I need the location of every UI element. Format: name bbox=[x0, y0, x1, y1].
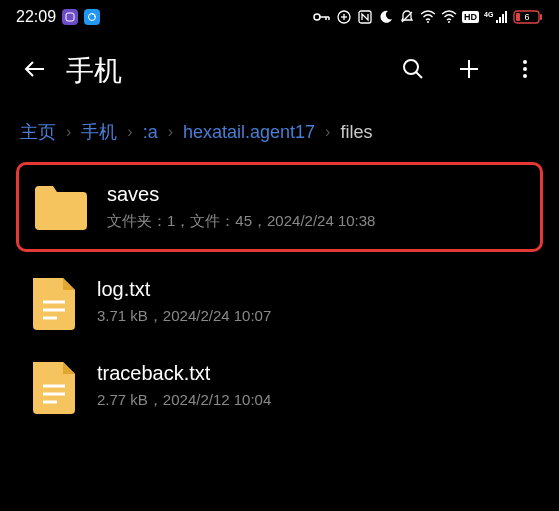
plus-circle-icon bbox=[336, 9, 352, 25]
app-header: 手机 bbox=[0, 32, 559, 106]
svg-rect-14 bbox=[496, 20, 498, 23]
breadcrumb-hexatail[interactable]: hexatail.agent17 bbox=[183, 122, 315, 143]
document-icon bbox=[29, 358, 79, 414]
file-info: log.txt 3.71 kB，2024/2/24 10:07 bbox=[97, 278, 271, 326]
svg-point-27 bbox=[523, 60, 527, 64]
file-meta: 3.71 kB，2024/2/24 10:07 bbox=[97, 307, 271, 326]
list-item[interactable]: log.txt 3.71 kB，2024/2/24 10:07 bbox=[16, 260, 543, 344]
svg-rect-20 bbox=[540, 14, 542, 20]
file-info: saves 文件夹：1，文件：45，2024/2/24 10:38 bbox=[107, 183, 375, 231]
file-meta: 文件夹：1，文件：45，2024/2/24 10:38 bbox=[107, 212, 375, 231]
back-button[interactable] bbox=[22, 56, 48, 86]
file-name: log.txt bbox=[97, 278, 271, 301]
wifi-icon-1 bbox=[420, 10, 436, 24]
chevron-right-icon: › bbox=[66, 123, 71, 141]
moon-icon bbox=[378, 9, 394, 25]
signal-icon: 4G bbox=[484, 10, 508, 24]
svg-point-23 bbox=[404, 60, 418, 74]
breadcrumb: 主页 › 手机 › :a › hexatail.agent17 › files bbox=[0, 106, 559, 162]
more-button[interactable] bbox=[513, 57, 537, 85]
breadcrumb-phone[interactable]: 手机 bbox=[81, 120, 117, 144]
chevron-right-icon: › bbox=[168, 123, 173, 141]
svg-point-29 bbox=[523, 74, 527, 78]
svg-text:4G: 4G bbox=[484, 11, 494, 18]
list-item[interactable]: saves 文件夹：1，文件：45，2024/2/24 10:38 bbox=[16, 162, 543, 252]
mute-icon bbox=[399, 9, 415, 25]
hd-badge: HD bbox=[462, 11, 479, 23]
nfc-icon bbox=[357, 9, 373, 25]
svg-rect-19 bbox=[516, 13, 520, 21]
file-info: traceback.txt 2.77 kB，2024/2/12 10:04 bbox=[97, 362, 271, 410]
file-list: saves 文件夹：1，文件：45，2024/2/24 10:38 log.tx… bbox=[0, 162, 559, 428]
search-button[interactable] bbox=[401, 57, 425, 85]
list-item[interactable]: traceback.txt 2.77 kB，2024/2/12 10:04 bbox=[16, 344, 543, 428]
svg-point-2 bbox=[314, 14, 320, 20]
page-title: 手机 bbox=[66, 52, 383, 90]
svg-point-28 bbox=[523, 67, 527, 71]
svg-rect-17 bbox=[505, 11, 507, 23]
file-name: saves bbox=[107, 183, 375, 206]
svg-rect-0 bbox=[66, 13, 74, 21]
key-icon bbox=[313, 11, 331, 23]
wifi-icon-2 bbox=[441, 10, 457, 24]
svg-line-24 bbox=[416, 72, 422, 78]
status-left: 22:09 bbox=[16, 8, 100, 26]
svg-text:6: 6 bbox=[524, 12, 529, 22]
svg-rect-15 bbox=[499, 17, 501, 23]
file-name: traceback.txt bbox=[97, 362, 271, 385]
header-actions bbox=[401, 57, 537, 85]
chevron-right-icon: › bbox=[127, 123, 132, 141]
chevron-right-icon: › bbox=[325, 123, 330, 141]
app-badge-icon bbox=[62, 9, 78, 25]
breadcrumb-a[interactable]: :a bbox=[143, 122, 158, 143]
svg-rect-16 bbox=[502, 14, 504, 23]
add-button[interactable] bbox=[457, 57, 481, 85]
svg-point-12 bbox=[448, 21, 450, 23]
status-time: 22:09 bbox=[16, 8, 56, 26]
battery-icon: 6 bbox=[513, 10, 543, 24]
file-meta: 2.77 kB，2024/2/12 10:04 bbox=[97, 391, 271, 410]
breadcrumb-files[interactable]: files bbox=[340, 122, 372, 143]
svg-point-11 bbox=[427, 21, 429, 23]
sync-icon bbox=[84, 9, 100, 25]
status-right: HD 4G 6 bbox=[313, 9, 543, 25]
status-bar: 22:09 HD 4G bbox=[0, 0, 559, 32]
breadcrumb-home[interactable]: 主页 bbox=[20, 120, 56, 144]
folder-icon bbox=[33, 184, 89, 230]
document-icon bbox=[29, 274, 79, 330]
